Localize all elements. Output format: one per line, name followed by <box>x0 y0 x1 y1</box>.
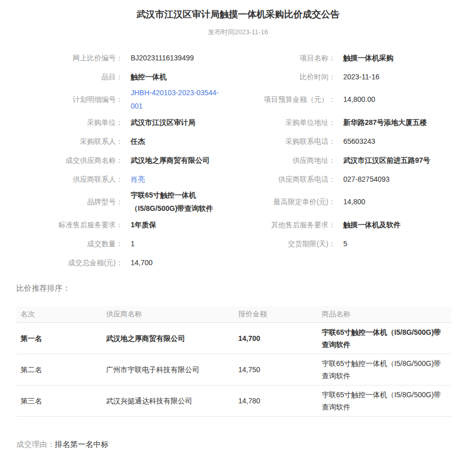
ranking-table: 名次 供应商名称 报价金额 商品名称 第一名 武汉地之厚商贸有限公司 14,70… <box>16 306 451 417</box>
brand-model-line2: （I5/8G/500G)带查询软件 <box>131 202 251 215</box>
field-value-standard-service: 1年质保 <box>131 218 251 231</box>
field-value-winning-supplier: 武汉地之厚商贸有限公司 <box>131 154 251 167</box>
field-value-project-name: 触摸一体机采购 <box>343 51 476 64</box>
field-label: 最高限定单价(元)： <box>251 195 343 208</box>
field-value-bid-number: BJ20231116139499 <box>131 51 251 64</box>
field-label: 采购联系电话： <box>251 135 343 148</box>
field-label: 交货期限(天)： <box>251 237 343 250</box>
field-label: 计划明细编号： <box>0 93 131 106</box>
publish-time: 发布时间2023-11-16 <box>0 28 476 36</box>
field-row: 计划明细编号： JHBH-420103-2023-03544-001 项目预算金… <box>0 86 476 113</box>
product-cell: 宇联65寸触控一体机（I5/8G/500G)带查询软件 <box>318 385 451 416</box>
field-label: 采购联系人： <box>0 135 131 148</box>
field-row: 成交数量： 1 交货期限(天)： 5 <box>0 234 476 253</box>
table-header-row: 名次 供应商名称 报价金额 商品名称 <box>16 306 451 322</box>
field-value-budget: 14,800.00 <box>343 93 476 106</box>
supplier-cell: 武汉地之厚商贸有限公司 <box>102 322 234 354</box>
price-cell: 14,700 <box>234 322 318 354</box>
price-cell: 14,750 <box>234 354 318 385</box>
deal-reason-value: 排名第一名中标 <box>55 440 109 448</box>
supplier-cell: 武汉兴懿通达科技有限公司 <box>102 385 234 416</box>
field-row: 成交供应商名称： 武汉地之厚商贸有限公司 供应商地址： 武汉市江汉区前进五路97… <box>0 150 476 169</box>
field-value-purchase-phone: 65603243 <box>343 135 476 148</box>
field-label: 采购单位： <box>0 116 131 129</box>
rank-cell: 第二名 <box>16 354 102 385</box>
field-value-category: 触控一体机 <box>131 70 251 83</box>
brand-model-line1: 宇联65寸触控一体机 <box>131 188 251 202</box>
field-label: 供应商地址： <box>251 154 343 167</box>
table-row-third-place: 第三名 武汉兴懿通达科技有限公司 14,780 宇联65寸触控一体机（I5/8G… <box>16 385 451 416</box>
ranking-heading: 比价推荐排序： <box>16 283 476 293</box>
column-header-product: 商品名称 <box>318 306 451 322</box>
product-cell: 宇联65寸触控一体机（I5/8G/500G)带查询软件 <box>318 322 451 354</box>
field-value-max-unit-price: 14,800 <box>343 195 476 208</box>
field-label: 供应商联系电话： <box>251 173 343 186</box>
supplier-cell: 广州市宇联电子科技有限公司 <box>102 354 234 385</box>
field-value-brand-model: 宇联65寸触控一体机 （I5/8G/500G)带查询软件 <box>131 188 251 215</box>
field-value-delivery-days: 5 <box>343 237 476 250</box>
field-value-purchaser-address: 新华路287号添地大厦五楼 <box>343 116 476 129</box>
supplier-contact-link[interactable]: 肖亮 <box>131 175 145 183</box>
field-label: 成交总金额(元)： <box>0 256 131 269</box>
field-row: 网上比价编号： BJ20231116139499 项目名称： 触摸一体机采购 <box>0 48 476 67</box>
field-label: 品目： <box>0 70 131 83</box>
column-header-price: 报价金额 <box>234 306 318 322</box>
rank-cell: 第一名 <box>16 322 102 354</box>
field-value-purchaser: 武汉市江汉区审计局 <box>131 116 251 129</box>
field-value-total-amount: 14,700 <box>131 256 251 269</box>
table-row-first-place: 第一名 武汉地之厚商贸有限公司 14,700 宇联65寸触控一体机（I5/8G/… <box>16 322 451 354</box>
table-row-second-place: 第二名 广州市宇联电子科技有限公司 14,750 宇联65寸触控一体机（I5/8… <box>16 354 451 385</box>
field-row: 标准售后服务要求： 1年质保 其他售后服务要求： 触摸一体机及软件 <box>0 215 476 234</box>
column-header-supplier: 供应商名称 <box>102 306 234 322</box>
field-label: 成交供应商名称： <box>0 154 131 167</box>
field-value-other-service: 触摸一体机及软件 <box>343 218 476 231</box>
field-label: 比价时间： <box>251 70 343 83</box>
field-row: 采购单位： 武汉市江汉区审计局 采购单位地址： 新华路287号添地大厦五楼 <box>0 113 476 132</box>
rank-cell: 第三名 <box>16 385 102 416</box>
field-value-quantity: 1 <box>131 237 251 250</box>
field-value-compare-date: 2023-11-16 <box>343 70 476 83</box>
field-label: 项目名称： <box>251 51 343 64</box>
field-row: 采购联系人： 任杰 采购联系电话： 65603243 <box>0 132 476 150</box>
plan-detail-number-link[interactable]: JHBH-420103-2023-03544-001 <box>131 86 224 113</box>
product-cell: 宇联65寸触控一体机（I5/8G/500G)带查询软件 <box>318 354 451 385</box>
page-title: 武汉市江汉区审计局触摸一体机采购比价成交公告 <box>0 8 476 21</box>
field-value-supplier-phone: 027-82754093 <box>343 173 476 186</box>
field-label: 项目预算金额（元）： <box>251 93 343 106</box>
price-cell: 14,780 <box>234 385 318 416</box>
field-label: 品牌型号： <box>0 195 131 208</box>
field-value-purchase-contact: 任杰 <box>131 135 251 148</box>
deal-reason: 成交理由：排名第一名中标 <box>16 439 476 449</box>
announcement-page: 武汉市江汉区审计局触摸一体机采购比价成交公告 发布时间2023-11-16 网上… <box>0 0 476 449</box>
field-row: 供应商联系人： 肖亮 供应商联系电话： 027-82754093 <box>0 169 476 188</box>
field-label: 标准售后服务要求： <box>0 218 131 231</box>
field-row: 品牌型号： 宇联65寸触控一体机 （I5/8G/500G)带查询软件 最高限定单… <box>0 188 476 215</box>
field-label: 采购单位地址： <box>251 116 343 129</box>
field-label: 供应商联系人： <box>0 173 131 186</box>
field-row: 成交总金额(元)： 14,700 <box>0 253 476 272</box>
column-header-rank: 名次 <box>16 306 102 322</box>
deal-reason-label: 成交理由： <box>16 440 55 448</box>
detail-fields: 网上比价编号： BJ20231116139499 项目名称： 触摸一体机采购 品… <box>0 48 476 272</box>
field-label: 网上比价编号： <box>0 51 131 64</box>
field-value-supplier-address: 武汉市江汉区前进五路97号 <box>343 154 476 167</box>
field-label: 成交数量： <box>0 237 131 250</box>
field-row: 品目： 触控一体机 比价时间： 2023-11-16 <box>0 67 476 86</box>
field-label: 其他售后服务要求： <box>251 218 343 231</box>
